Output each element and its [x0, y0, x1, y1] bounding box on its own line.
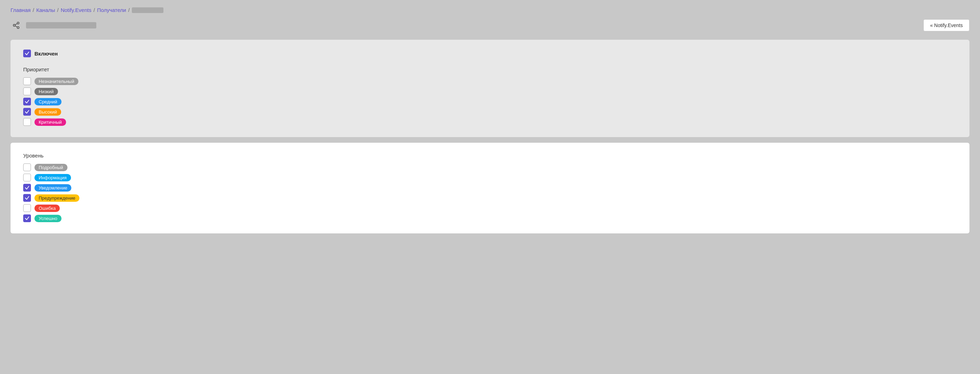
priority-item: Средний	[23, 98, 957, 105]
priority-list: НезначительныйНизкийСреднийВысокийКритич…	[23, 77, 957, 126]
priority-item: Высокий	[23, 108, 957, 116]
share-svg	[12, 21, 20, 29]
page-title-blurred	[26, 22, 96, 29]
level-checkbox[interactable]	[23, 215, 31, 222]
priority-item: Низкий	[23, 88, 957, 95]
level-item: Уведомление	[23, 184, 957, 192]
enabled-checkbox[interactable]	[23, 49, 31, 57]
level-badge: Предупреждение	[35, 194, 80, 202]
priority-checkbox[interactable]	[23, 77, 31, 85]
breadcrumb-recipients[interactable]: Получатели	[97, 7, 126, 13]
level-item: Подробный	[23, 164, 957, 171]
level-badge: Информация	[35, 174, 71, 181]
priority-badge: Средний	[35, 98, 62, 105]
level-badge: Подробный	[35, 164, 67, 171]
notify-events-button[interactable]: « Notify.Events	[923, 19, 969, 31]
check-icon	[25, 185, 30, 190]
svg-point-1	[13, 24, 16, 26]
level-checkbox[interactable]	[23, 184, 31, 192]
level-title: Уровень	[23, 153, 957, 159]
check-icon	[25, 196, 30, 201]
priority-checkbox[interactable]	[23, 88, 31, 95]
enabled-label: Включен	[35, 51, 58, 57]
check-icon	[25, 216, 30, 221]
top-bar: « Notify.Events	[11, 19, 969, 31]
level-list: ПодробныйИнформацияУведомлениеПредупрежд…	[23, 164, 957, 222]
svg-line-3	[15, 25, 17, 27]
breadcrumb-notifyevents[interactable]: Notify.Events	[61, 7, 91, 13]
level-item: Успешно	[23, 215, 957, 222]
breadcrumb-channels[interactable]: Каналы	[36, 7, 55, 13]
svg-line-4	[15, 24, 17, 25]
level-checkbox[interactable]	[23, 164, 31, 171]
priority-checkbox[interactable]	[23, 108, 31, 116]
check-icon	[25, 51, 30, 56]
priority-item: Незначительный	[23, 77, 957, 85]
level-card: Уровень ПодробныйИнформацияУведомлениеПр…	[11, 143, 969, 233]
check-icon	[25, 99, 30, 104]
enabled-row: Включен	[23, 49, 957, 57]
priority-badge: Низкий	[35, 88, 58, 95]
level-item: Ошибка	[23, 204, 957, 212]
priority-checkbox[interactable]	[23, 118, 31, 126]
level-checkbox[interactable]	[23, 173, 31, 181]
priority-badge: Критичный	[35, 118, 66, 126]
breadcrumb-home[interactable]: Главная	[11, 7, 30, 13]
priority-badge: Высокий	[35, 108, 61, 116]
level-item: Информация	[23, 173, 957, 181]
priority-title: Приоритет	[23, 67, 957, 72]
main-card: Включен Приоритет НезначительныйНизкийСр…	[11, 40, 969, 137]
svg-point-0	[17, 22, 19, 24]
priority-item: Критичный	[23, 118, 957, 126]
level-checkbox[interactable]	[23, 194, 31, 202]
svg-point-2	[17, 27, 19, 29]
level-checkbox[interactable]	[23, 204, 31, 212]
check-icon	[25, 109, 30, 114]
top-bar-left	[11, 20, 96, 31]
level-badge: Уведомление	[35, 184, 72, 192]
breadcrumb: Главная / Каналы / Notify.Events / Получ…	[11, 7, 969, 13]
level-badge: Успешно	[35, 215, 62, 222]
priority-badge: Незначительный	[35, 78, 78, 85]
priority-checkbox[interactable]	[23, 98, 31, 105]
breadcrumb-blurred	[132, 7, 164, 13]
level-item: Предупреждение	[23, 194, 957, 202]
level-badge: Ошибка	[35, 205, 60, 212]
share-icon[interactable]	[11, 20, 22, 31]
